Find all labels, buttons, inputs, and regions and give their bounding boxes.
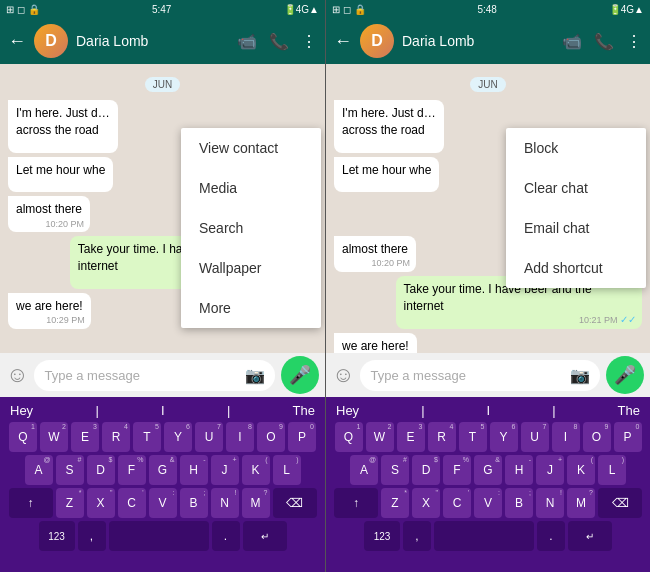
key-r[interactable]: R4 (102, 422, 130, 452)
call-icon-left[interactable]: 📞 (269, 32, 289, 51)
emoji-button-left[interactable]: ☺ (6, 362, 28, 388)
menu-item-wallpaper[interactable]: Wallpaper (181, 248, 321, 288)
key-i[interactable]: I8 (226, 422, 254, 452)
key-a-r[interactable]: A@ (350, 455, 378, 485)
video-icon-right[interactable]: 📹 (562, 32, 582, 51)
key-g[interactable]: G& (149, 455, 177, 485)
menu-item-clear-chat[interactable]: Clear chat (506, 168, 646, 208)
key-v-r[interactable]: V: (474, 488, 502, 518)
suggestion-i-left[interactable]: I (161, 403, 165, 418)
menu-item-view-contact[interactable]: View contact (181, 128, 321, 168)
key-e-r[interactable]: E3 (397, 422, 425, 452)
key-j[interactable]: J+ (211, 455, 239, 485)
more-icon-right[interactable]: ⋮ (626, 32, 642, 51)
key-e[interactable]: E3 (71, 422, 99, 452)
mic-button-left[interactable]: 🎤 (281, 356, 319, 394)
menu-item-add-shortcut[interactable]: Add shortcut (506, 248, 646, 288)
key-h-r[interactable]: H- (505, 455, 533, 485)
camera-icon-left[interactable]: 📷 (245, 366, 265, 385)
key-j-r[interactable]: J+ (536, 455, 564, 485)
key-n[interactable]: N! (211, 488, 239, 518)
key-t[interactable]: T5 (133, 422, 161, 452)
key-dot-right[interactable]: . (537, 521, 565, 551)
menu-item-search[interactable]: Search (181, 208, 321, 248)
key-q[interactable]: Q1 (9, 422, 37, 452)
key-k[interactable]: K( (242, 455, 270, 485)
key-z-r[interactable]: Z* (381, 488, 409, 518)
message-input-right[interactable]: Type a message 📷 (360, 360, 600, 391)
key-q-r[interactable]: Q1 (335, 422, 363, 452)
key-y-r[interactable]: Y6 (490, 422, 518, 452)
menu-item-media[interactable]: Media (181, 168, 321, 208)
key-m[interactable]: M? (242, 488, 270, 518)
key-backspace-right[interactable]: ⌫ (598, 488, 642, 518)
suggestion-hey-right[interactable]: Hey (336, 403, 359, 418)
key-x-r[interactable]: X" (412, 488, 440, 518)
key-backspace-left[interactable]: ⌫ (273, 488, 317, 518)
key-space-left[interactable] (109, 521, 209, 551)
key-c-r[interactable]: C' (443, 488, 471, 518)
call-icon-right[interactable]: 📞 (594, 32, 614, 51)
key-y[interactable]: Y6 (164, 422, 192, 452)
key-o[interactable]: O9 (257, 422, 285, 452)
key-d-r[interactable]: D$ (412, 455, 440, 485)
key-u[interactable]: U7 (195, 422, 223, 452)
key-x[interactable]: X" (87, 488, 115, 518)
key-b[interactable]: B; (180, 488, 208, 518)
suggestion-hey-left[interactable]: Hey (10, 403, 33, 418)
key-enter-left[interactable]: ↵ (243, 521, 287, 551)
key-w[interactable]: W2 (40, 422, 68, 452)
suggestion-the-left[interactable]: The (293, 403, 315, 418)
more-icon-left[interactable]: ⋮ (301, 32, 317, 51)
key-o-r[interactable]: O9 (583, 422, 611, 452)
key-t-r[interactable]: T5 (459, 422, 487, 452)
contact-name-right[interactable]: Daria Lomb (402, 33, 554, 49)
key-r-r[interactable]: R4 (428, 422, 456, 452)
key-m-r[interactable]: M? (567, 488, 595, 518)
video-icon-left[interactable]: 📹 (237, 32, 257, 51)
key-w-r[interactable]: W2 (366, 422, 394, 452)
key-v[interactable]: V: (149, 488, 177, 518)
key-c[interactable]: C' (118, 488, 146, 518)
menu-item-more[interactable]: More (181, 288, 321, 328)
key-h[interactable]: H- (180, 455, 208, 485)
menu-item-email-chat[interactable]: Email chat (506, 208, 646, 248)
key-d[interactable]: D$ (87, 455, 115, 485)
avatar-right[interactable]: D (360, 24, 394, 58)
key-enter-right[interactable]: ↵ (568, 521, 612, 551)
key-l-r[interactable]: L) (598, 455, 626, 485)
key-b-r[interactable]: B; (505, 488, 533, 518)
key-comma-left[interactable]: , (78, 521, 106, 551)
key-123-right[interactable]: 123 (364, 521, 400, 551)
key-u-r[interactable]: U7 (521, 422, 549, 452)
key-f[interactable]: F% (118, 455, 146, 485)
key-space-right[interactable] (434, 521, 534, 551)
key-p-r[interactable]: P0 (614, 422, 642, 452)
key-comma-right[interactable]: , (403, 521, 431, 551)
key-p[interactable]: P0 (288, 422, 316, 452)
key-123-left[interactable]: 123 (39, 521, 75, 551)
key-f-r[interactable]: F% (443, 455, 471, 485)
key-k-r[interactable]: K( (567, 455, 595, 485)
key-shift-right[interactable]: ↑ (334, 488, 378, 518)
key-g-r[interactable]: G& (474, 455, 502, 485)
mic-button-right[interactable]: 🎤 (606, 356, 644, 394)
emoji-button-right[interactable]: ☺ (332, 362, 354, 388)
key-s-r[interactable]: S# (381, 455, 409, 485)
key-dot-left[interactable]: . (212, 521, 240, 551)
suggestion-i-right[interactable]: I (487, 403, 491, 418)
camera-icon-right[interactable]: 📷 (570, 366, 590, 385)
key-n-r[interactable]: N! (536, 488, 564, 518)
menu-item-block[interactable]: Block (506, 128, 646, 168)
avatar-left[interactable]: D (34, 24, 68, 58)
suggestion-the-right[interactable]: The (618, 403, 640, 418)
key-s[interactable]: S# (56, 455, 84, 485)
key-a[interactable]: A@ (25, 455, 53, 485)
back-button-right[interactable]: ← (334, 31, 352, 52)
contact-name-left[interactable]: Daria Lomb (76, 33, 229, 49)
key-shift-left[interactable]: ↑ (9, 488, 53, 518)
key-i-r[interactable]: I8 (552, 422, 580, 452)
message-input-left[interactable]: Type a message 📷 (34, 360, 275, 391)
back-button-left[interactable]: ← (8, 31, 26, 52)
key-l[interactable]: L) (273, 455, 301, 485)
